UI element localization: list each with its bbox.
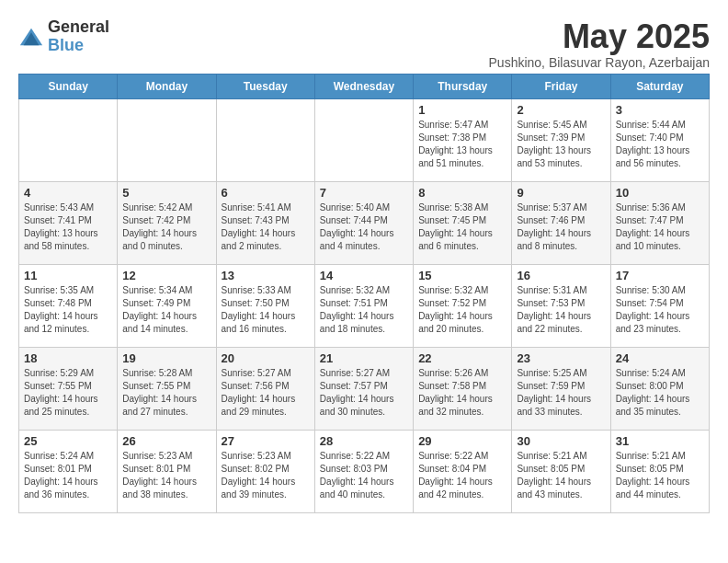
day-info: Sunrise: 5:28 AM Sunset: 7:55 PM Dayligh… [122,367,210,419]
calendar-cell: 18Sunrise: 5:29 AM Sunset: 7:55 PM Dayli… [19,347,118,430]
day-number: 24 [616,351,704,365]
day-number: 6 [222,186,310,200]
day-number: 22 [418,351,506,365]
day-info: Sunrise: 5:22 AM Sunset: 8:04 PM Dayligh… [418,450,506,501]
calendar-cell: 8Sunrise: 5:38 AM Sunset: 7:45 PM Daylig… [414,181,512,264]
day-info: Sunrise: 5:32 AM Sunset: 7:52 PM Dayligh… [418,284,506,336]
day-info: Sunrise: 5:41 AM Sunset: 7:43 PM Dayligh… [222,201,310,253]
day-number: 10 [616,186,704,200]
day-info: Sunrise: 5:33 AM Sunset: 7:50 PM Dayligh… [222,284,310,336]
day-info: Sunrise: 5:23 AM Sunset: 8:01 PM Dayligh… [122,450,210,501]
calendar-cell: 19Sunrise: 5:28 AM Sunset: 7:55 PM Dayli… [118,347,216,430]
day-info: Sunrise: 5:42 AM Sunset: 7:42 PM Dayligh… [122,201,210,253]
calendar-cell: 14Sunrise: 5:32 AM Sunset: 7:51 PM Dayli… [314,264,413,347]
calendar-cell: 25Sunrise: 5:24 AM Sunset: 8:01 PM Dayli… [19,430,118,512]
day-number: 12 [122,269,210,282]
title-section: May 2025 Pushkino, Bilasuvar Rayon, Azer… [489,18,710,70]
calendar-cell: 4Sunrise: 5:43 AM Sunset: 7:41 PM Daylig… [19,181,118,264]
day-number: 30 [517,434,605,448]
calendar-cell: 22Sunrise: 5:26 AM Sunset: 7:58 PM Dayli… [414,347,512,430]
day-header-thursday: Thursday [414,74,512,98]
day-number: 18 [24,351,112,365]
day-info: Sunrise: 5:23 AM Sunset: 8:02 PM Dayligh… [222,450,310,501]
day-info: Sunrise: 5:26 AM Sunset: 7:58 PM Dayligh… [418,367,506,419]
day-number: 11 [24,269,112,282]
day-info: Sunrise: 5:35 AM Sunset: 7:48 PM Dayligh… [24,284,112,336]
day-number: 28 [320,434,408,448]
calendar-cell: 24Sunrise: 5:24 AM Sunset: 8:00 PM Dayli… [610,347,709,430]
day-info: Sunrise: 5:25 AM Sunset: 7:59 PM Dayligh… [517,367,605,419]
calendar-cell: 21Sunrise: 5:27 AM Sunset: 7:57 PM Dayli… [314,347,413,430]
day-info: Sunrise: 5:24 AM Sunset: 8:00 PM Dayligh… [616,367,704,419]
day-info: Sunrise: 5:29 AM Sunset: 7:55 PM Dayligh… [24,367,112,419]
calendar-cell: 16Sunrise: 5:31 AM Sunset: 7:53 PM Dayli… [512,264,610,347]
calendar-cell: 28Sunrise: 5:22 AM Sunset: 8:03 PM Dayli… [314,430,413,512]
calendar-cell [314,98,413,181]
week-row-2: 4Sunrise: 5:43 AM Sunset: 7:41 PM Daylig… [19,181,710,264]
day-number: 5 [122,186,210,200]
calendar-cell: 5Sunrise: 5:42 AM Sunset: 7:42 PM Daylig… [118,181,216,264]
day-info: Sunrise: 5:34 AM Sunset: 7:49 PM Dayligh… [122,284,210,336]
calendar-cell: 26Sunrise: 5:23 AM Sunset: 8:01 PM Dayli… [118,430,216,512]
day-number: 13 [222,269,310,282]
week-row-4: 18Sunrise: 5:29 AM Sunset: 7:55 PM Dayli… [19,347,710,430]
day-number: 15 [418,269,506,282]
day-number: 4 [24,186,112,200]
calendar-cell: 15Sunrise: 5:32 AM Sunset: 7:52 PM Dayli… [414,264,512,347]
week-row-3: 11Sunrise: 5:35 AM Sunset: 7:48 PM Dayli… [19,264,710,347]
page-header: General Blue May 2025 Pushkino, Bilasuva… [18,18,710,70]
day-number: 26 [122,434,210,448]
calendar-cell: 10Sunrise: 5:36 AM Sunset: 7:47 PM Dayli… [610,181,709,264]
day-number: 19 [122,351,210,365]
calendar-cell: 3Sunrise: 5:44 AM Sunset: 7:40 PM Daylig… [610,98,709,181]
calendar-table: SundayMondayTuesdayWednesdayThursdayFrid… [18,74,710,513]
day-number: 14 [320,269,408,282]
logo: General Blue [18,18,109,55]
calendar-cell: 23Sunrise: 5:25 AM Sunset: 7:59 PM Dayli… [512,347,610,430]
day-info: Sunrise: 5:27 AM Sunset: 7:57 PM Dayligh… [320,367,408,419]
header-row: SundayMondayTuesdayWednesdayThursdayFrid… [19,74,710,98]
calendar-cell: 11Sunrise: 5:35 AM Sunset: 7:48 PM Dayli… [19,264,118,347]
day-number: 23 [517,351,605,365]
day-header-wednesday: Wednesday [314,74,413,98]
day-info: Sunrise: 5:40 AM Sunset: 7:44 PM Dayligh… [320,201,408,253]
day-info: Sunrise: 5:37 AM Sunset: 7:46 PM Dayligh… [517,201,605,253]
day-number: 29 [418,434,506,448]
day-header-monday: Monday [118,74,216,98]
day-number: 27 [222,434,310,448]
day-info: Sunrise: 5:22 AM Sunset: 8:03 PM Dayligh… [320,450,408,501]
day-info: Sunrise: 5:30 AM Sunset: 7:54 PM Dayligh… [616,284,704,336]
day-number: 7 [320,186,408,200]
week-row-5: 25Sunrise: 5:24 AM Sunset: 8:01 PM Dayli… [19,430,710,512]
day-info: Sunrise: 5:44 AM Sunset: 7:40 PM Dayligh… [616,119,704,170]
calendar-cell: 12Sunrise: 5:34 AM Sunset: 7:49 PM Dayli… [118,264,216,347]
week-row-1: 1Sunrise: 5:47 AM Sunset: 7:38 PM Daylig… [19,98,710,181]
day-header-friday: Friday [512,74,610,98]
calendar-cell: 13Sunrise: 5:33 AM Sunset: 7:50 PM Dayli… [216,264,314,347]
day-number: 1 [418,103,506,117]
day-header-tuesday: Tuesday [216,74,314,98]
calendar-cell [216,98,314,181]
calendar-cell: 6Sunrise: 5:41 AM Sunset: 7:43 PM Daylig… [216,181,314,264]
calendar-cell: 20Sunrise: 5:27 AM Sunset: 7:56 PM Dayli… [216,347,314,430]
calendar-cell: 7Sunrise: 5:40 AM Sunset: 7:44 PM Daylig… [314,181,413,264]
logo-icon [18,24,44,50]
day-info: Sunrise: 5:21 AM Sunset: 8:05 PM Dayligh… [517,450,605,501]
logo-blue: Blue [48,37,109,55]
day-number: 8 [418,186,506,200]
day-number: 9 [517,186,605,200]
calendar-cell [19,98,118,181]
calendar-cell: 9Sunrise: 5:37 AM Sunset: 7:46 PM Daylig… [512,181,610,264]
calendar-cell: 27Sunrise: 5:23 AM Sunset: 8:02 PM Dayli… [216,430,314,512]
calendar-cell: 17Sunrise: 5:30 AM Sunset: 7:54 PM Dayli… [610,264,709,347]
location-subtitle: Pushkino, Bilasuvar Rayon, Azerbaijan [489,55,710,70]
day-number: 2 [517,103,605,117]
day-info: Sunrise: 5:45 AM Sunset: 7:39 PM Dayligh… [517,119,605,170]
day-info: Sunrise: 5:32 AM Sunset: 7:51 PM Dayligh… [320,284,408,336]
day-number: 16 [517,269,605,282]
calendar-cell: 30Sunrise: 5:21 AM Sunset: 8:05 PM Dayli… [512,430,610,512]
month-title: May 2025 [489,18,710,55]
calendar-cell: 1Sunrise: 5:47 AM Sunset: 7:38 PM Daylig… [414,98,512,181]
day-info: Sunrise: 5:38 AM Sunset: 7:45 PM Dayligh… [418,201,506,253]
calendar-cell: 2Sunrise: 5:45 AM Sunset: 7:39 PM Daylig… [512,98,610,181]
